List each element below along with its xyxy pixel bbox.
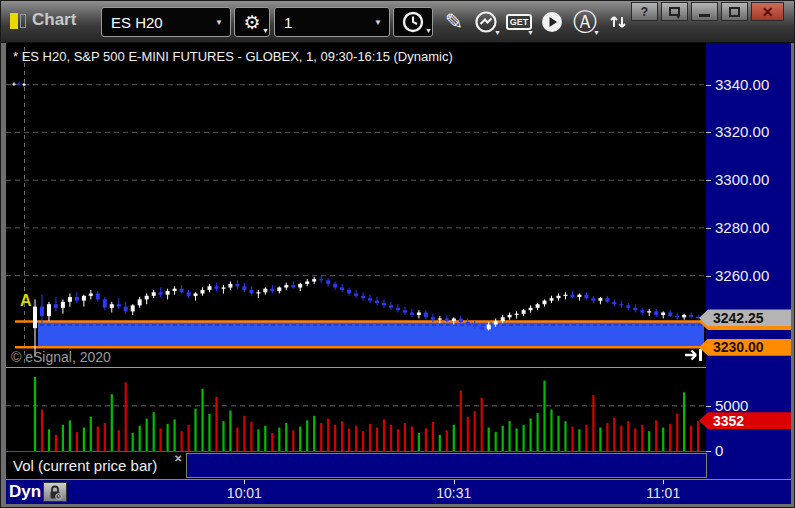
volume-tick — [706, 451, 711, 452]
close-icon: ✕ — [762, 4, 774, 20]
price-tick-label: 3300.00 — [715, 171, 769, 188]
volume-tick-label: 0 — [715, 442, 723, 459]
symbol-value: ES H20 — [102, 14, 163, 31]
volume-study-label: Vol (current price bar) — [13, 457, 157, 474]
interval-dropdown[interactable]: 1 ▼ — [274, 7, 390, 37]
time-tick — [244, 480, 245, 484]
dynamic-session-label: Dyn — [9, 482, 41, 502]
play-icon — [540, 10, 564, 34]
copyright-text: © eSignal, 2020 — [11, 349, 111, 365]
minimize-button[interactable] — [691, 2, 718, 21]
chart-app-icon — [10, 12, 28, 30]
swap-symbol-button[interactable] — [603, 6, 633, 38]
dock-icon — [669, 7, 680, 16]
toolbar: Chart ES H20 ▼ ⚙ ▼ 1 ▼ ▼ ✎ — [1, 1, 795, 43]
volume-tick-label: 5000 — [715, 397, 748, 414]
get-icon: GET — [506, 14, 533, 30]
draw-tool-button[interactable]: ✎ — [439, 6, 469, 38]
symbol-settings-button[interactable]: ⚙ ▼ — [234, 7, 270, 37]
chevron-down-icon: ▼ — [374, 18, 382, 27]
price-tick-label: 3320.00 — [715, 123, 769, 140]
price-tick — [706, 85, 711, 86]
price-tick — [706, 228, 711, 229]
chevron-down-icon: ▼ — [425, 27, 432, 34]
chevron-down-icon: ▼ — [593, 29, 600, 36]
question-icon: ? — [641, 5, 648, 19]
get-data-button[interactable]: GET ▼ — [504, 6, 534, 38]
time-axis-panel — [186, 453, 707, 478]
chart-window: Chart ES H20 ▼ ⚙ ▼ 1 ▼ ▼ ✎ — [0, 0, 795, 508]
current-volume-flag: 3352 — [699, 412, 791, 429]
swap-arrows-icon — [607, 11, 629, 33]
time-tick-label: 11:01 — [633, 485, 693, 501]
window-title: Chart — [32, 10, 76, 30]
symbol-dropdown[interactable]: ES H20 ▼ — [101, 7, 231, 37]
volume-study-close-icon[interactable]: ✕ — [174, 453, 182, 464]
clock-icon — [402, 11, 424, 33]
alerts-button[interactable]: Ⓐ ▼ — [570, 6, 600, 38]
time-tick — [454, 480, 455, 484]
gear-icon: ⚙ — [243, 11, 260, 34]
time-template-button[interactable]: ▼ — [393, 7, 433, 37]
interval-value: 1 — [275, 14, 292, 31]
volume-pane[interactable] — [6, 368, 706, 451]
pane-divider[interactable] — [6, 367, 706, 368]
volume-tick — [706, 406, 711, 407]
chevron-down-icon: ▼ — [262, 27, 269, 34]
chevron-down-icon: ▼ — [215, 18, 223, 27]
lock-icon — [48, 485, 62, 500]
chevron-down-icon: ▼ — [494, 29, 501, 36]
last-price-flag: 3242.25 — [699, 309, 791, 326]
chart-header-text: * ES H20, S&P 500 E-MINI FUTURES - GLOBE… — [13, 49, 453, 64]
studies-button[interactable]: ▼ — [471, 6, 501, 38]
maximize-button[interactable] — [721, 2, 748, 21]
time-axis[interactable]: Dyn 10:0110:3111:01 — [6, 480, 791, 504]
chevron-down-icon: ▼ — [527, 29, 534, 36]
price-tick — [706, 132, 711, 133]
dock-button[interactable] — [661, 2, 688, 21]
time-tick-label: 10:01 — [214, 485, 274, 501]
band-price-flag: 3230.00 — [699, 339, 791, 356]
goto-latest-bar-button[interactable] — [683, 348, 705, 362]
time-lock-button[interactable] — [43, 482, 67, 502]
price-tick-label: 3340.00 — [715, 76, 769, 93]
time-tick — [663, 480, 664, 484]
price-tick-label: 3280.00 — [715, 219, 769, 236]
play-button[interactable] — [537, 6, 567, 38]
price-pane[interactable] — [6, 43, 706, 368]
time-tick-label: 10:31 — [424, 485, 484, 501]
price-tick — [706, 180, 711, 181]
help-button[interactable]: ? — [631, 2, 658, 21]
minimize-icon — [699, 14, 710, 17]
price-tick-label: 3260.00 — [715, 267, 769, 284]
pencil-icon: ✎ — [445, 9, 463, 35]
arrow-to-end-icon — [683, 348, 705, 362]
close-button[interactable]: ✕ — [751, 2, 784, 21]
maximize-icon — [729, 7, 740, 17]
price-tick — [706, 276, 711, 277]
